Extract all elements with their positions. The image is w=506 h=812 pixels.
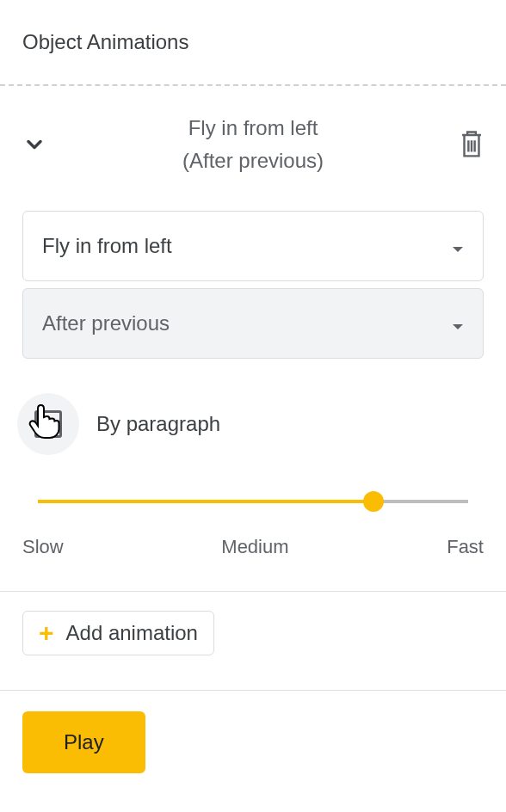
delete-animation-button[interactable] [454, 127, 489, 162]
animation-trigger-dropdown[interactable]: After previous [22, 288, 484, 359]
slider-fill [38, 500, 373, 503]
animation-type-value: Fly in from left [42, 234, 172, 258]
speed-slider[interactable] [38, 491, 468, 512]
play-button[interactable]: Play [22, 711, 145, 773]
slider-label-slow: Slow [22, 536, 64, 558]
trash-icon [459, 130, 484, 159]
slider-label-fast: Fast [447, 536, 484, 558]
animation-item-header[interactable]: Fly in from left (After previous) [0, 86, 506, 204]
animation-summary: Fly in from left (After previous) [52, 112, 454, 178]
slider-labels: Slow Medium Fast [22, 536, 484, 558]
animation-trigger-value: After previous [42, 311, 170, 335]
add-animation-label: Add animation [66, 621, 198, 645]
dropdown-arrow-icon [452, 311, 464, 335]
animation-summary-type: Fly in from left [52, 112, 454, 145]
dropdown-arrow-icon [452, 234, 464, 258]
animation-type-dropdown[interactable]: Fly in from left [22, 211, 484, 281]
by-paragraph-label: By paragraph [96, 412, 220, 436]
play-row: Play [0, 691, 506, 794]
plus-icon: + [39, 620, 54, 646]
chevron-down-icon[interactable] [17, 127, 52, 162]
by-paragraph-checkbox[interactable] [17, 393, 79, 455]
animation-summary-trigger: (After previous) [52, 145, 454, 177]
add-animation-row: + Add animation [0, 592, 506, 674]
checkbox-icon [34, 410, 62, 438]
by-paragraph-row: By paragraph [0, 366, 506, 483]
slider-label-medium: Medium [221, 536, 288, 558]
panel-title: Object Animations [0, 0, 506, 84]
speed-slider-container: Slow Medium Fast [0, 491, 506, 575]
slider-thumb[interactable] [363, 491, 384, 512]
add-animation-button[interactable]: + Add animation [22, 611, 214, 655]
